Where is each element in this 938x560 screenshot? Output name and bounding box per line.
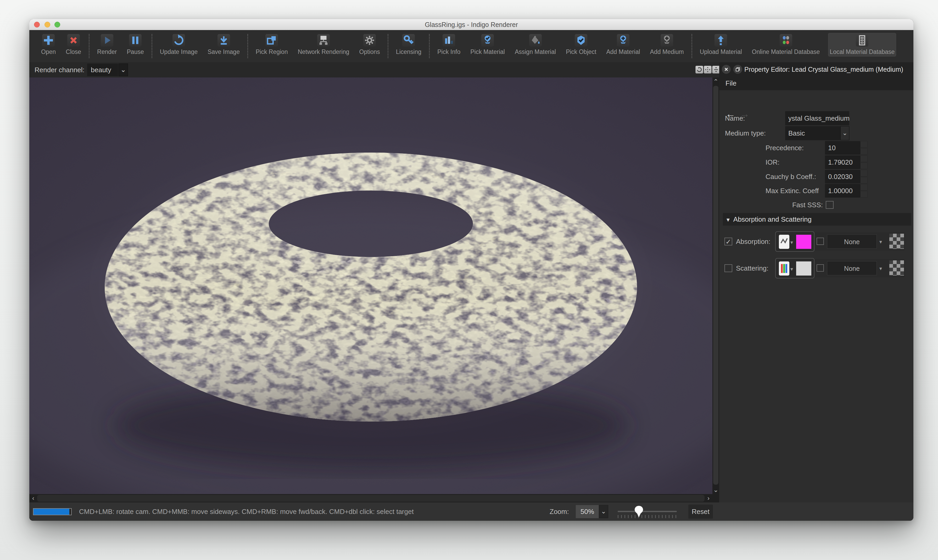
zoom-slider-thumb[interactable] xyxy=(634,506,643,518)
chevron-down-icon[interactable]: ▾ xyxy=(880,265,882,272)
waveform-icon xyxy=(779,235,789,249)
absorption-texture-button[interactable] xyxy=(779,235,789,249)
licensing-button[interactable]: Licensing xyxy=(394,33,423,57)
panel-title: Property Editor: Lead Crystal Glass_medi… xyxy=(744,62,903,76)
scattering-texture-checkbox[interactable] xyxy=(817,264,824,272)
max-extinc-spinner[interactable] xyxy=(860,184,867,198)
cauchy-spinner[interactable] xyxy=(860,170,867,183)
toolbar-button-label: Upload Material xyxy=(700,48,742,55)
add-medium-button[interactable]: Add Medium xyxy=(649,33,686,57)
options-icon xyxy=(363,34,376,46)
update-image-button[interactable]: Update Image xyxy=(158,33,199,57)
upload-material-icon xyxy=(715,34,727,46)
toolbar-separator xyxy=(692,34,692,58)
open-button[interactable]: Open xyxy=(40,33,57,57)
ior-label: IOR: xyxy=(766,155,780,169)
max-extinc-input[interactable]: 1.00000 xyxy=(825,184,860,198)
chevron-down-icon[interactable]: ⌄ xyxy=(118,64,128,76)
horizontal-scroll-thumb[interactable] xyxy=(37,495,704,502)
max-extinc-label: Max Extinc. Coeff xyxy=(766,184,819,198)
pick-region-button[interactable]: Pick Region xyxy=(254,33,289,57)
close-panel-button[interactable] xyxy=(722,65,731,74)
pick-object-button[interactable]: Pick Object xyxy=(564,33,598,57)
desktop: GlassRing.igs - Indigo Renderer OpenClos… xyxy=(0,0,938,560)
name-input[interactable]: ystal Glass_medium xyxy=(785,111,849,125)
render-channel-bar: Render channel: beauty ⌄ xyxy=(29,62,719,77)
toolbar-button-label: Open xyxy=(41,48,56,55)
precedence-spinner[interactable] xyxy=(860,141,867,155)
chevron-down-icon[interactable]: ▾ xyxy=(790,239,793,245)
toolbar-button-label: Pick Material xyxy=(470,48,505,55)
vertical-scrollbar[interactable]: ⌃ ⌄ xyxy=(712,77,719,494)
render-channel-select[interactable]: beauty xyxy=(87,64,118,76)
chevron-down-icon[interactable]: ▾ xyxy=(880,238,882,245)
toolbar-button-label: Pick Object xyxy=(566,48,596,55)
upload-material-button[interactable]: Upload Material xyxy=(698,33,744,57)
close-button[interactable]: Close xyxy=(64,33,83,57)
local-material-database-button[interactable]: Local Material Database xyxy=(828,33,896,57)
medium-type-select[interactable]: Basic xyxy=(785,126,840,140)
scroll-down-icon[interactable]: ⌄ xyxy=(712,486,719,494)
orbit-camera-button[interactable] xyxy=(695,66,703,74)
scattering-color-swatch[interactable] xyxy=(796,262,811,275)
absorption-alpha-checker-swatch[interactable] xyxy=(889,234,904,249)
add-material-button[interactable]: Add Material xyxy=(604,33,641,57)
zoom-slider-track[interactable] xyxy=(618,511,677,512)
precedence-input[interactable]: 10 xyxy=(825,141,860,155)
chevron-down-icon[interactable]: ⌄ xyxy=(599,505,608,518)
pan-camera-button[interactable] xyxy=(704,66,712,74)
scattering-alpha-checker-swatch[interactable] xyxy=(889,260,904,275)
dolly-camera-button[interactable] xyxy=(712,66,720,74)
scattering-texture-select[interactable]: None xyxy=(827,261,877,275)
scattering-texture-group: None ▾ xyxy=(815,259,905,277)
scroll-left-icon[interactable]: ‹ xyxy=(30,495,37,502)
absorption-label: Absorption: xyxy=(736,234,770,249)
absorption-color-swatch[interactable] xyxy=(796,235,811,249)
file-menu[interactable]: File xyxy=(726,76,737,90)
pick-info-button[interactable]: Pick Info xyxy=(436,33,462,57)
scattering-label: Scattering: xyxy=(736,261,769,275)
toolbar-button-label: Online Material Database xyxy=(752,48,820,55)
scattering-color-widget[interactable]: ▾ xyxy=(775,258,815,278)
absorption-scattering-section-header[interactable]: ▼Absorption and Scattering xyxy=(723,213,911,226)
toolbar-separator xyxy=(89,34,89,58)
assign-material-button[interactable]: Assign Material xyxy=(513,33,557,57)
network-rendering-button[interactable]: Network Rendering xyxy=(296,33,351,57)
assign-material-icon xyxy=(529,34,542,46)
toolbar-button-label: Update Image xyxy=(160,48,198,55)
horizontal-scrollbar[interactable]: ‹ › xyxy=(29,494,719,502)
toolbar-button-label: Add Medium xyxy=(650,48,684,55)
scroll-right-icon[interactable]: › xyxy=(705,495,712,502)
float-panel-button[interactable] xyxy=(733,65,742,74)
online-material-database-button[interactable]: Online Material Database xyxy=(750,33,821,57)
cauchy-input[interactable]: 0.02030 xyxy=(825,170,860,183)
toolbar-separator xyxy=(247,34,248,58)
scroll-up-icon[interactable]: ⌃ xyxy=(712,78,719,85)
ior-spinner[interactable] xyxy=(860,155,867,169)
absorption-texture-select[interactable]: None xyxy=(827,234,877,249)
pick-object-icon xyxy=(575,34,587,46)
absorption-color-widget[interactable]: ▾ xyxy=(775,231,815,252)
absorption-texture-checkbox[interactable] xyxy=(817,238,824,245)
pick-material-icon xyxy=(481,34,494,46)
ior-input[interactable]: 1.79020 xyxy=(825,155,860,169)
pause-button[interactable]: Pause xyxy=(125,33,146,57)
save-image-button[interactable]: Save Image xyxy=(206,33,241,57)
fast-sss-checkbox[interactable] xyxy=(826,201,833,209)
toolbar-separator xyxy=(388,34,388,58)
absorption-checkbox[interactable]: ✓ xyxy=(724,238,732,245)
chevron-down-icon[interactable]: ▾ xyxy=(790,266,793,272)
scattering-checkbox[interactable] xyxy=(724,264,732,272)
reset-button[interactable]: Reset xyxy=(688,505,713,518)
options-button[interactable]: Options xyxy=(358,33,381,57)
render-button[interactable]: Render xyxy=(95,33,118,57)
rgb-spectrum-icon xyxy=(779,262,789,275)
scattering-texture-button[interactable] xyxy=(779,262,789,275)
chevron-down-icon[interactable]: ⌄ xyxy=(840,126,849,140)
render-image xyxy=(29,77,712,494)
vertical-scroll-thumb[interactable] xyxy=(713,86,718,485)
render-viewport[interactable] xyxy=(29,77,712,494)
zoom-select[interactable]: 50% xyxy=(576,505,599,518)
property-editor-panel: Property Editor: Lead Crystal Glass_medi… xyxy=(719,62,913,494)
pick-material-button[interactable]: Pick Material xyxy=(469,33,506,57)
